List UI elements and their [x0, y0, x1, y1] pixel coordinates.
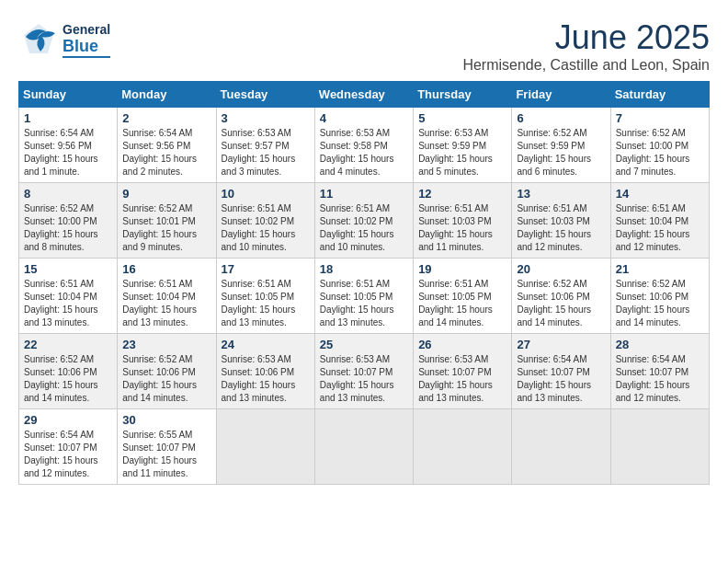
day-info: Sunrise: 6:51 AMSunset: 10:02 PMDaylight… [320, 202, 408, 254]
day-info: Sunrise: 6:53 AMSunset: 10:07 PMDaylight… [320, 353, 408, 405]
sunset-text: Sunset: 10:02 PM [320, 216, 393, 226]
day-info: Sunrise: 6:51 AMSunset: 10:04 PMDaylight… [24, 278, 112, 329]
calendar-day-cell [414, 409, 512, 485]
daylight-text: Daylight: 15 hours and 13 minutes. [418, 380, 493, 403]
calendar-week-row: 15Sunrise: 6:51 AMSunset: 10:04 PMDaylig… [19, 259, 710, 334]
sunset-text: Sunset: 10:06 PM [517, 292, 590, 302]
calendar-week-row: 29Sunrise: 6:54 AMSunset: 10:07 PMDaylig… [19, 409, 710, 485]
day-number: 23 [122, 338, 210, 351]
sunset-text: Sunset: 9:56 PM [122, 141, 190, 151]
calendar-header-row: SundayMondayTuesdayWednesdayThursdayFrid… [19, 82, 710, 108]
sunset-text: Sunset: 10:07 PM [418, 367, 492, 377]
calendar-day-cell: 14Sunrise: 6:51 AMSunset: 10:04 PMDaylig… [610, 183, 709, 259]
day-number: 30 [122, 413, 210, 427]
day-number: 5 [418, 111, 506, 125]
calendar-day-cell: 16Sunrise: 6:51 AMSunset: 10:04 PMDaylig… [118, 259, 216, 334]
daylight-text: Daylight: 15 hours and 13 minutes. [320, 380, 394, 403]
calendar-table: SundayMondayTuesdayWednesdayThursdayFrid… [18, 81, 710, 485]
day-number: 1 [24, 111, 112, 125]
daylight-text: Daylight: 15 hours and 13 minutes. [320, 304, 394, 327]
calendar-day-cell: 5Sunrise: 6:53 AMSunset: 9:59 PMDaylight… [414, 108, 512, 183]
day-info: Sunrise: 6:51 AMSunset: 10:05 PMDaylight… [418, 278, 506, 329]
sunrise-text: Sunrise: 6:51 AM [517, 203, 586, 213]
sunrise-text: Sunrise: 6:52 AM [122, 203, 192, 213]
daylight-text: Daylight: 15 hours and 4 minutes. [320, 154, 394, 177]
sunrise-text: Sunrise: 6:54 AM [24, 430, 94, 440]
day-info: Sunrise: 6:55 AMSunset: 10:07 PMDaylight… [122, 429, 210, 480]
calendar-day-cell [314, 409, 413, 485]
sunrise-text: Sunrise: 6:53 AM [418, 354, 488, 364]
calendar-day-cell: 25Sunrise: 6:53 AMSunset: 10:07 PMDaylig… [314, 334, 413, 409]
sunset-text: Sunset: 10:04 PM [24, 292, 97, 302]
calendar-day-cell: 3Sunrise: 6:53 AMSunset: 9:57 PMDaylight… [216, 108, 314, 183]
day-info: Sunrise: 6:52 AMSunset: 10:01 PMDaylight… [122, 202, 210, 254]
sunset-text: Sunset: 9:59 PM [418, 141, 486, 151]
calendar-day-header: Friday [512, 82, 610, 108]
logo: General Blue [18, 18, 110, 63]
sunrise-text: Sunrise: 6:52 AM [517, 128, 586, 138]
daylight-text: Daylight: 15 hours and 12 minutes. [616, 380, 690, 403]
day-number: 18 [320, 262, 408, 276]
day-number: 25 [320, 338, 408, 351]
sunset-text: Sunset: 9:57 PM [222, 141, 290, 151]
sunset-text: Sunset: 10:03 PM [517, 216, 590, 226]
day-info: Sunrise: 6:54 AMSunset: 9:56 PMDaylight:… [24, 127, 112, 178]
sunrise-text: Sunrise: 6:51 AM [320, 203, 390, 213]
title-area: June 2025 Hermisende, Castille and Leon,… [462, 18, 710, 74]
calendar-day-cell: 20Sunrise: 6:52 AMSunset: 10:06 PMDaylig… [512, 259, 610, 334]
day-number: 15 [24, 262, 112, 276]
calendar-day-cell: 24Sunrise: 6:53 AMSunset: 10:06 PMDaylig… [216, 334, 314, 409]
daylight-text: Daylight: 15 hours and 13 minutes. [222, 304, 296, 327]
page-container: General Blue June 2025 Hermisende, Casti… [18, 18, 710, 485]
day-info: Sunrise: 6:52 AMSunset: 9:59 PMDaylight:… [517, 127, 605, 178]
calendar-day-cell: 6Sunrise: 6:52 AMSunset: 9:59 PMDaylight… [512, 108, 610, 183]
calendar-day-cell: 10Sunrise: 6:51 AMSunset: 10:02 PMDaylig… [216, 183, 314, 259]
calendar-day-cell: 30Sunrise: 6:55 AMSunset: 10:07 PMDaylig… [118, 409, 216, 485]
sunrise-text: Sunrise: 6:51 AM [418, 203, 488, 213]
sunrise-text: Sunrise: 6:53 AM [418, 128, 488, 138]
daylight-text: Daylight: 15 hours and 14 minutes. [122, 380, 197, 403]
day-number: 2 [122, 111, 210, 125]
calendar-day-cell: 12Sunrise: 6:51 AMSunset: 10:03 PMDaylig… [414, 183, 512, 259]
sunset-text: Sunset: 10:06 PM [24, 367, 97, 377]
day-number: 3 [222, 111, 310, 125]
day-info: Sunrise: 6:54 AMSunset: 10:07 PMDaylight… [517, 353, 605, 405]
sunrise-text: Sunrise: 6:53 AM [320, 128, 390, 138]
calendar-day-cell: 27Sunrise: 6:54 AMSunset: 10:07 PMDaylig… [512, 334, 610, 409]
day-info: Sunrise: 6:52 AMSunset: 10:06 PMDaylight… [122, 353, 210, 405]
day-info: Sunrise: 6:54 AMSunset: 10:07 PMDaylight… [616, 353, 704, 405]
calendar-day-cell: 19Sunrise: 6:51 AMSunset: 10:05 PMDaylig… [414, 259, 512, 334]
calendar-day-cell [610, 409, 709, 485]
calendar-week-row: 22Sunrise: 6:52 AMSunset: 10:06 PMDaylig… [19, 334, 710, 409]
sunrise-text: Sunrise: 6:54 AM [517, 354, 586, 364]
sunset-text: Sunset: 10:00 PM [616, 141, 689, 151]
day-info: Sunrise: 6:52 AMSunset: 10:06 PMDaylight… [24, 353, 112, 405]
calendar-day-cell: 9Sunrise: 6:52 AMSunset: 10:01 PMDayligh… [118, 183, 216, 259]
sunrise-text: Sunrise: 6:52 AM [616, 279, 686, 289]
sunset-text: Sunset: 9:59 PM [517, 141, 585, 151]
sunset-text: Sunset: 10:01 PM [122, 216, 196, 226]
day-number: 11 [320, 187, 408, 201]
day-info: Sunrise: 6:52 AMSunset: 10:06 PMDaylight… [517, 278, 605, 329]
daylight-text: Daylight: 15 hours and 14 minutes. [418, 304, 493, 327]
daylight-text: Daylight: 15 hours and 14 minutes. [24, 380, 98, 403]
day-number: 4 [320, 111, 408, 125]
logo-blue-text: Blue [63, 38, 110, 56]
sunrise-text: Sunrise: 6:52 AM [24, 203, 94, 213]
daylight-text: Daylight: 15 hours and 14 minutes. [616, 304, 690, 327]
sunset-text: Sunset: 10:07 PM [24, 442, 97, 453]
sunrise-text: Sunrise: 6:51 AM [616, 203, 686, 213]
sunrise-text: Sunrise: 6:51 AM [122, 279, 192, 289]
sunset-text: Sunset: 10:03 PM [418, 216, 492, 226]
sunset-text: Sunset: 10:05 PM [418, 292, 492, 302]
day-info: Sunrise: 6:51 AMSunset: 10:04 PMDaylight… [616, 202, 704, 254]
sunrise-text: Sunrise: 6:54 AM [122, 128, 192, 138]
sunrise-text: Sunrise: 6:51 AM [418, 279, 488, 289]
day-number: 10 [222, 187, 310, 201]
calendar-day-cell: 26Sunrise: 6:53 AMSunset: 10:07 PMDaylig… [414, 334, 512, 409]
calendar-day-cell: 23Sunrise: 6:52 AMSunset: 10:06 PMDaylig… [118, 334, 216, 409]
calendar-week-row: 1Sunrise: 6:54 AMSunset: 9:56 PMDaylight… [19, 108, 710, 183]
daylight-text: Daylight: 15 hours and 3 minutes. [222, 154, 296, 177]
calendar-day-cell [216, 409, 314, 485]
day-info: Sunrise: 6:51 AMSunset: 10:03 PMDaylight… [418, 202, 506, 254]
